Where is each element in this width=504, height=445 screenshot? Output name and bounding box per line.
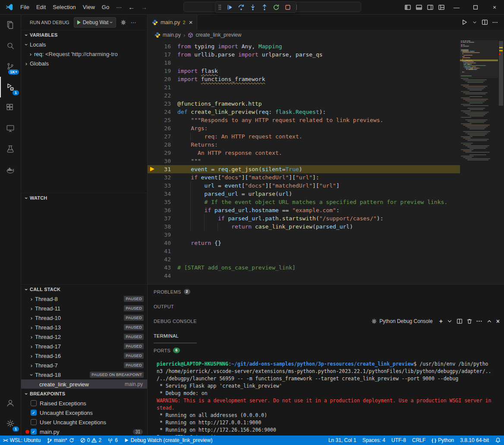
thread-row[interactable]: ›Thread-11PAUSED — [21, 304, 147, 313]
activity-run-and-debug[interactable]: 1 — [0, 77, 21, 97]
code-line-16[interactable]: 16from typing import Any, Mapping — [148, 42, 460, 50]
status-language-mode[interactable]: { }Python — [428, 436, 457, 445]
twisty-icon[interactable]: › — [27, 51, 34, 57]
panel-tab-terminal[interactable]: TERMINAL — [154, 329, 197, 343]
watch-section-header[interactable]: ›WATCH — [21, 193, 147, 203]
code-line-44[interactable]: 44 — [148, 272, 460, 280]
stack-frame-row[interactable]: create_link_previewmain.py — [21, 379, 147, 389]
status-notifications[interactable] — [492, 436, 504, 445]
twisty-icon[interactable]: › — [28, 324, 35, 331]
status-indentation[interactable]: Spaces: 4 — [359, 436, 388, 445]
gutter[interactable] — [148, 108, 157, 116]
toggle-secondary-sidebar-button[interactable] — [425, 0, 436, 14]
menu-overflow[interactable]: ··· — [113, 4, 125, 10]
thread-row[interactable]: ›Thread-18PAUSED ON BREAKPOINT — [21, 370, 147, 379]
tab-main-py[interactable]: main.py 2 × — [148, 15, 197, 30]
code-line-32[interactable]: 32 if event["docs"]["matchedUrl"]["url"]… — [148, 173, 460, 182]
debug-config-dropdown[interactable]: Debug Wat › — [74, 17, 116, 28]
gutter[interactable] — [148, 100, 157, 108]
activity-explorer[interactable] — [0, 15, 21, 35]
gutter[interactable] — [148, 239, 157, 247]
step-over-button[interactable] — [236, 2, 246, 13]
code-line-18[interactable]: 18 — [148, 59, 460, 67]
debug-current-line-indicator[interactable] — [148, 165, 157, 173]
breakpoint-checkbox[interactable]: ✓ — [31, 410, 37, 416]
status-python-interpreter[interactable]: 3.8.10 64-bit — [457, 436, 492, 445]
breakpoint-row[interactable]: ✓main.py31 — [21, 427, 147, 436]
breakpoint-checkbox[interactable] — [31, 400, 37, 406]
thread-row[interactable]: ›Thread-12PAUSED — [21, 332, 147, 342]
twisty-icon[interactable]: › — [28, 315, 35, 321]
activity-docker[interactable] — [0, 160, 21, 180]
kill-terminal-button[interactable] — [466, 318, 472, 324]
twisty-icon[interactable]: › — [28, 296, 35, 302]
sidebar-more-icon[interactable]: ··· — [131, 19, 136, 25]
gutter[interactable] — [148, 272, 157, 280]
thread-row[interactable]: ›Thread-13PAUSED — [21, 323, 147, 332]
code-line-37[interactable]: 37 if parsed_url.path.startswith("/suppo… — [148, 214, 460, 222]
gutter[interactable] — [148, 67, 157, 75]
code-line-30[interactable]: 30 """ — [148, 157, 460, 165]
gutter[interactable] — [148, 247, 157, 255]
thread-row[interactable]: ›Thread-10PAUSED — [21, 313, 147, 323]
gutter[interactable] — [148, 116, 157, 124]
gutter[interactable] — [148, 75, 157, 83]
twisty-icon[interactable]: › — [28, 343, 35, 350]
activity-remote-explorer[interactable] — [0, 118, 21, 139]
status-debug-session[interactable]: Debug Watch (create_link_preview) — [121, 436, 216, 445]
breadcrumb-item[interactable]: create_link_preview — [188, 32, 241, 38]
gutter[interactable] — [148, 263, 157, 272]
gutter[interactable] — [148, 231, 157, 239]
code-line-40[interactable]: 40 return {} — [148, 239, 460, 247]
menu-go[interactable]: Go — [98, 4, 113, 10]
gutter[interactable] — [148, 59, 157, 67]
code-line-42[interactable]: 42 — [148, 255, 460, 263]
twisty-icon[interactable]: › — [28, 305, 35, 312]
gutter[interactable] — [148, 255, 157, 263]
code-line-38[interactable]: 38 return case_link_preview(parsed_url) — [148, 222, 460, 231]
gutter[interactable] — [148, 157, 157, 165]
status-encoding[interactable]: UTF-8 — [388, 436, 409, 445]
panel-tab-output[interactable]: OUTPUT — [154, 299, 197, 314]
status-git-branch[interactable]: main* — [44, 436, 77, 445]
twisty-icon[interactable]: › — [28, 362, 35, 369]
split-editor-button[interactable] — [482, 19, 488, 25]
breakpoint-row[interactable]: ✓Uncaught Exceptions — [21, 408, 147, 417]
code-line-26[interactable]: 26 Args: — [148, 124, 460, 132]
breakpoint-row[interactable]: User Uncaught Exceptions — [21, 417, 147, 427]
gutter[interactable] — [148, 124, 157, 132]
maximize-button[interactable] — [466, 0, 485, 14]
activity-source-control[interactable]: 1K+ — [0, 56, 21, 77]
code-line-28[interactable]: 28 Returns: — [148, 141, 460, 149]
twisty-icon[interactable]: › — [23, 41, 30, 48]
minimap[interactable] — [460, 40, 498, 284]
gutter[interactable] — [148, 214, 157, 222]
continue-button[interactable] — [224, 2, 235, 13]
gutter[interactable] — [148, 83, 157, 91]
panel-tab-ports[interactable]: PORTS6 — [154, 343, 197, 358]
tab-close-icon[interactable]: × — [189, 19, 193, 26]
code-line-19[interactable]: 19import flask — [148, 67, 460, 75]
terminal-picker-button[interactable] — [447, 318, 453, 324]
gutter[interactable] — [148, 173, 157, 182]
panel-tab-problems[interactable]: PROBLEMS2 — [154, 285, 197, 299]
code-line-27[interactable]: 27 req: An HTTP request context. — [148, 132, 460, 141]
code-line-43[interactable]: 43# [START add_ons_case_preview_link] — [148, 263, 460, 272]
status-problems-status[interactable]: 02 — [77, 436, 104, 445]
code-line-29[interactable]: 29 An HTTP response context. — [148, 149, 460, 157]
terminal-output[interactable]: pierrick@LAPTOP-HKU5PNNG:~/git/add-ons-s… — [148, 358, 504, 436]
breakpoint-row[interactable]: Raised Exceptions — [21, 398, 147, 408]
menu-file[interactable]: File — [17, 4, 33, 10]
code-line-34[interactable]: 34 parsed_url = urlparse(url) — [148, 190, 460, 198]
thread-row[interactable]: ›Thread-7PAUSED — [21, 360, 147, 370]
drag-handle-icon[interactable] — [218, 4, 221, 10]
code-line-23[interactable]: 23@functions_framework.http — [148, 100, 460, 108]
thread-row[interactable]: ›Thread-17PAUSED — [21, 342, 147, 351]
step-into-button[interactable] — [248, 2, 258, 13]
gutter[interactable] — [148, 206, 157, 214]
call-stack-section-header[interactable]: ›CALL STACK — [21, 285, 147, 294]
debug-settings-gear-icon[interactable] — [120, 19, 126, 25]
status-eol[interactable]: CRLF — [409, 436, 428, 445]
breakpoint-checkbox[interactable] — [31, 419, 37, 425]
activity-search[interactable] — [0, 35, 21, 56]
